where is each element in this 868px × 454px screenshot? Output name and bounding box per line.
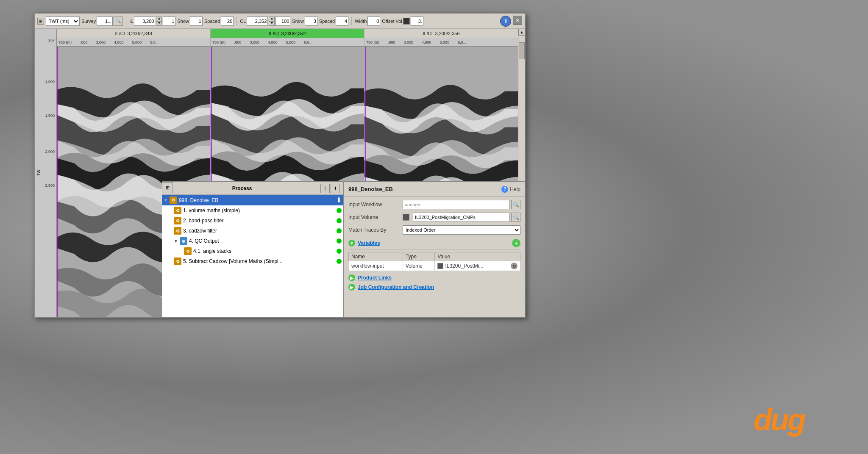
toolbar-icon-area: ⊞ xyxy=(37,18,44,25)
process-toolbar-btn1[interactable]: | xyxy=(320,184,330,193)
help-label: Help xyxy=(510,186,520,192)
cl-spinners: ▲ ▼ xyxy=(269,17,275,26)
cl-step-input[interactable] xyxy=(275,17,290,26)
il-spinners: ▲ ▼ xyxy=(156,17,162,26)
survey-item: Survey 🔍 xyxy=(81,17,123,26)
tree-actions-root: ⬇ xyxy=(336,196,342,204)
status-dot-2 xyxy=(337,218,342,223)
prop-label-match: Match Traces By xyxy=(348,227,399,233)
var-name-cell: workflow-input xyxy=(349,261,403,271)
col-name: Name xyxy=(349,252,403,261)
variables-expand-btn[interactable]: ▼ xyxy=(348,240,355,246)
il-step-input[interactable] xyxy=(163,17,175,26)
show-input[interactable] xyxy=(190,17,203,26)
panel-2-title: IL/CL 3,200/2,352 xyxy=(269,31,306,36)
toolbar-corner-icon[interactable]: ⊞ xyxy=(37,18,44,25)
close-btn[interactable]: ✕ xyxy=(513,16,522,25)
prop-label-volume: Input Volume xyxy=(348,214,399,220)
help-button[interactable]: ? Help xyxy=(501,186,520,193)
offset-input[interactable] xyxy=(411,17,423,26)
tree-label-3: 3. cadzow filter xyxy=(183,228,217,234)
panel-2-header: IL/CL 3,200/2,352 xyxy=(211,29,364,38)
add-variable-btn[interactable]: + xyxy=(512,239,520,247)
help-icon: ? xyxy=(501,186,508,193)
tree-label-root: 998_Denoise_EB xyxy=(179,197,218,203)
process-tree[interactable]: ▼ ⚙ 998_Denoise_EB ⬇ ⚙ 1. volume maths (… xyxy=(162,195,343,317)
col-type: Type xyxy=(403,252,435,261)
process-toolbar-icons: | ⬇ xyxy=(320,184,340,193)
width-input[interactable] xyxy=(367,17,380,26)
tree-label-1: 1. volume maths (simple) xyxy=(183,208,240,213)
var-value-cell: IL3200_PostMi... xyxy=(435,261,508,271)
workflow-search-btn[interactable]: 🔍 xyxy=(511,200,520,209)
spaced2-input[interactable] xyxy=(336,17,348,26)
prop-value-match: Indexed Order Trace Header Nearest xyxy=(403,225,520,235)
il-spin-down[interactable]: ▼ xyxy=(156,21,162,26)
process-toolbar-btn2[interactable]: ⬇ xyxy=(331,184,340,193)
status-dot-1 xyxy=(337,208,342,213)
il-spin-up[interactable]: ▲ xyxy=(156,17,162,21)
survey-search-btn[interactable]: 🔍 xyxy=(114,17,123,26)
show2-label: Show xyxy=(292,19,304,24)
product-links-section[interactable]: ▶ Product Links xyxy=(348,274,520,281)
variables-header: ▼ Variables + xyxy=(348,239,520,249)
var-settings-icon[interactable]: ⚙ xyxy=(511,263,517,269)
prop-row-workflow: Input Workflow 🔍 xyxy=(348,200,520,209)
workflow-input[interactable] xyxy=(403,200,509,209)
props-body: Input Workflow 🔍 Input Volume 🔍 xyxy=(344,197,525,317)
tree-item-2[interactable]: ⚙ 2. band-pass filter xyxy=(162,216,343,226)
status-dot-3 xyxy=(337,228,342,233)
panel-1-ruler: 750 (m) .000 3,000 4,000 5,000 6,0... xyxy=(57,38,210,47)
scroll-thumb[interactable] xyxy=(519,42,525,59)
y-axis: TW 267 1,000 1,500 2,000 2,500 xyxy=(35,29,57,317)
tree-icon-3: ⚙ xyxy=(174,227,181,235)
toolbar: ⊞ TWT (ms) Survey 🔍 IL ▲ ▼ Show xyxy=(35,14,525,29)
tree-label-4-1: 4.1. angle stacks xyxy=(193,248,231,254)
survey-input[interactable] xyxy=(97,17,113,26)
match-traces-select[interactable]: Indexed Order Trace Header Nearest xyxy=(403,225,520,235)
tree-icon-2: ⚙ xyxy=(174,217,181,224)
spaced-input[interactable] xyxy=(221,17,234,26)
variables-title[interactable]: Variables xyxy=(358,240,380,246)
job-config-section[interactable]: ▶ Job Configuration and Creation xyxy=(348,284,520,291)
process-header: Process | ⬇ xyxy=(162,182,343,195)
spaced-item: Spaced xyxy=(204,17,234,26)
tree-label-2: 2. band-pass filter xyxy=(183,218,223,224)
nav-btn[interactable]: ℹ xyxy=(500,16,511,27)
tree-item-4-1[interactable]: ⚙ 4.1. angle stacks xyxy=(162,246,343,256)
variables-table: Name Type Value workflow-input Volume xyxy=(348,252,520,271)
tick-2000: 2,000 xyxy=(45,149,55,154)
volume-input[interactable] xyxy=(413,213,509,222)
twt-select[interactable]: TWT (ms) xyxy=(46,17,80,26)
tree-item-4[interactable]: ▼ ⊕ 4. QC Output xyxy=(162,236,343,246)
volume-search-btn[interactable]: 🔍 xyxy=(511,213,520,222)
product-links-label[interactable]: Product Links xyxy=(358,275,392,281)
cl-input[interactable] xyxy=(247,17,268,26)
var-type-cell: Volume xyxy=(403,261,435,271)
panel-1-header: IL/CL 3,200/2,348 xyxy=(57,29,210,38)
job-config-label[interactable]: Job Configuration and Creation xyxy=(358,284,434,290)
tree-item-3[interactable]: ⚙ 3. cadzow filter xyxy=(162,226,343,236)
offset-icon xyxy=(403,18,410,25)
tree-item-1[interactable]: ⚙ 1. volume maths (simple) xyxy=(162,205,343,216)
download-icon-root[interactable]: ⬇ xyxy=(336,196,342,204)
bottom-panel: ⊞ Process | ⬇ ▼ ⚙ 998_Denoise_EB ⬇ xyxy=(162,181,525,317)
main-window: ⊞ TWT (ms) Survey 🔍 IL ▲ ▼ Show xyxy=(34,13,526,318)
show2-item: Show xyxy=(292,17,317,26)
col-value: Value xyxy=(435,252,508,261)
tree-item-5[interactable]: ⚙ 5. Subtract Cadzow [Volume Maths (Simp… xyxy=(162,256,343,266)
panel-collapse-btn[interactable]: ⊞ xyxy=(162,182,173,193)
panel-3-header: IL/CL 3,200/2,356 xyxy=(364,29,518,38)
offset-label: Offset Vol xyxy=(382,19,402,24)
status-dot-5 xyxy=(337,259,342,264)
status-dot-4 xyxy=(337,238,342,244)
scroll-up-btn[interactable]: ▲ xyxy=(518,29,525,36)
dug-logo: dug xyxy=(754,402,804,437)
cl-spin-down[interactable]: ▼ xyxy=(269,21,275,26)
cl-spin-up[interactable]: ▲ xyxy=(269,17,275,21)
il-input[interactable] xyxy=(134,17,155,26)
props-title: 998_Denoise_EB xyxy=(348,186,393,192)
show2-input[interactable] xyxy=(305,17,317,26)
tick-1000: 1,000 xyxy=(45,80,55,84)
tree-item-root[interactable]: ▼ ⚙ 998_Denoise_EB ⬇ xyxy=(162,195,343,205)
